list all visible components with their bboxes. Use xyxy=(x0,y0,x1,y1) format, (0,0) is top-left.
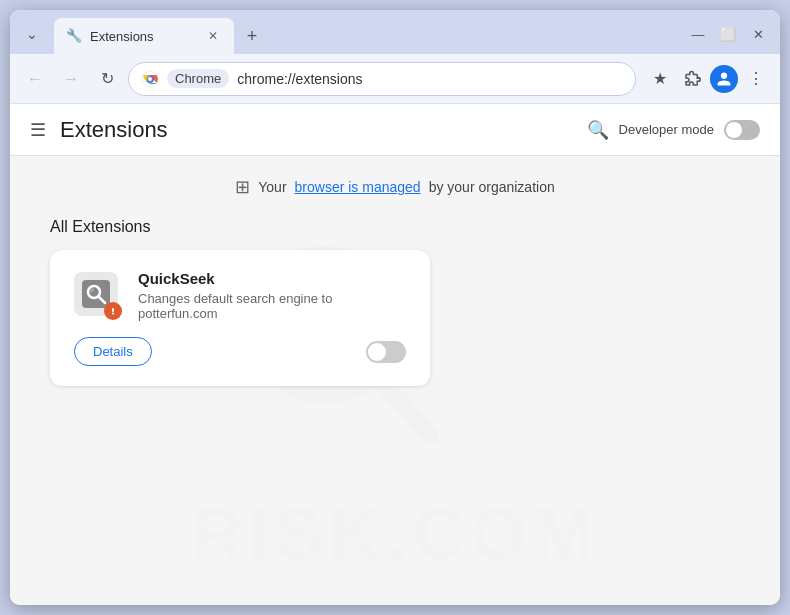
extension-badge xyxy=(104,302,122,320)
extension-header: QuickSeek Changes default search engine … xyxy=(74,270,406,321)
developer-mode-area: 🔍 Developer mode xyxy=(587,119,760,141)
extension-card-quickseek: QuickSeek Changes default search engine … xyxy=(50,250,430,386)
page-content: RISK.COM ☰ Extensions 🔍 Developer mode ⊞… xyxy=(10,104,780,605)
badge-icon xyxy=(108,306,118,316)
extensions-button[interactable] xyxy=(678,65,706,93)
extension-icon-wrap xyxy=(74,272,122,320)
managed-link[interactable]: browser is managed xyxy=(295,179,421,195)
svg-point-3 xyxy=(148,77,152,81)
reload-button[interactable]: ↻ xyxy=(92,64,122,94)
address-url: chrome://extensions xyxy=(237,71,623,87)
tab-favicon-icon: 🔧 xyxy=(66,28,82,44)
developer-mode-toggle[interactable] xyxy=(724,120,760,140)
tab-area: 🔧 Extensions ✕ + xyxy=(54,18,266,54)
toggle-off-knob xyxy=(368,343,386,361)
details-button[interactable]: Details xyxy=(74,337,152,366)
title-bar: ⌄ 🔧 Extensions ✕ + — ⬜ ✕ xyxy=(10,10,780,54)
extension-name: QuickSeek xyxy=(138,270,406,287)
menu-button[interactable]: ⋮ xyxy=(742,65,770,93)
svg-point-14 xyxy=(112,312,114,314)
close-button[interactable]: ✕ xyxy=(744,20,772,48)
tab-dropdown-button[interactable]: ⌄ xyxy=(18,20,46,48)
svg-rect-13 xyxy=(112,308,114,312)
address-right-icons: ★ ⋮ xyxy=(646,65,770,93)
managed-icon: ⊞ xyxy=(235,176,250,198)
back-button[interactable]: ← xyxy=(20,64,50,94)
hamburger-menu-icon[interactable]: ☰ xyxy=(30,119,46,141)
extension-footer: Details xyxy=(74,337,406,366)
forward-button[interactable]: → xyxy=(56,64,86,94)
managed-banner: ⊞ Your browser is managed by your organi… xyxy=(50,176,740,198)
chrome-logo-icon xyxy=(141,70,159,88)
address-bar: ← → ↻ Chrome chrome://extensions ★ xyxy=(10,54,780,104)
title-bar-right: — ⬜ ✕ xyxy=(684,20,772,54)
tab-title: Extensions xyxy=(90,29,196,44)
extensions-body: ⊞ Your browser is managed by your organi… xyxy=(10,156,780,605)
minimize-button[interactable]: — xyxy=(684,20,712,48)
restore-button[interactable]: ⬜ xyxy=(714,20,742,48)
developer-mode-label: Developer mode xyxy=(619,122,714,137)
all-extensions-title: All Extensions xyxy=(50,218,740,236)
svg-point-11 xyxy=(90,288,94,292)
person-icon xyxy=(716,71,732,87)
chrome-chip: Chrome xyxy=(167,69,229,88)
managed-text-before: Your xyxy=(258,179,286,195)
address-input-wrap[interactable]: Chrome chrome://extensions xyxy=(128,62,636,96)
search-extensions-button[interactable]: 🔍 xyxy=(587,119,609,141)
extension-info: QuickSeek Changes default search engine … xyxy=(138,270,406,321)
managed-text-after: by your organization xyxy=(429,179,555,195)
bookmark-button[interactable]: ★ xyxy=(646,65,674,93)
extensions-header: ☰ Extensions 🔍 Developer mode xyxy=(10,104,780,156)
active-tab[interactable]: 🔧 Extensions ✕ xyxy=(54,18,234,54)
tab-left-controls: ⌄ xyxy=(18,20,46,54)
toggle-knob xyxy=(726,122,742,138)
browser-window: ⌄ 🔧 Extensions ✕ + — ⬜ ✕ ← → ↻ xyxy=(10,10,780,605)
new-tab-button[interactable]: + xyxy=(238,22,266,50)
extension-icon xyxy=(82,280,110,308)
extensions-page-title: Extensions xyxy=(60,117,587,143)
extension-toggle[interactable] xyxy=(366,341,406,363)
extension-description: Changes default search engine to potterf… xyxy=(138,291,406,321)
tab-close-button[interactable]: ✕ xyxy=(204,27,222,45)
profile-avatar-button[interactable] xyxy=(710,65,738,93)
puzzle-icon xyxy=(683,70,701,88)
